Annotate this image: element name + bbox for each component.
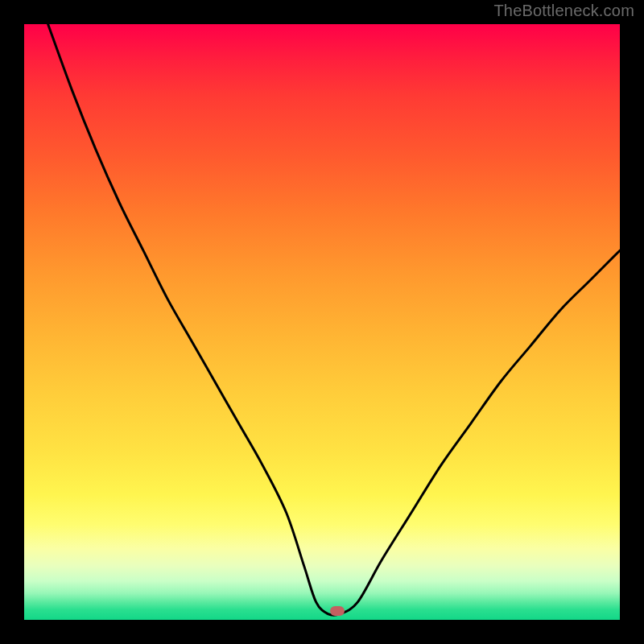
plot-area bbox=[24, 24, 620, 620]
watermark-text: TheBottleneck.com bbox=[493, 2, 634, 20]
main-curve bbox=[48, 24, 620, 615]
curve-layer bbox=[24, 24, 620, 620]
minimum-marker-icon bbox=[330, 606, 345, 616]
chart-frame: TheBottleneck.com bbox=[0, 0, 644, 644]
